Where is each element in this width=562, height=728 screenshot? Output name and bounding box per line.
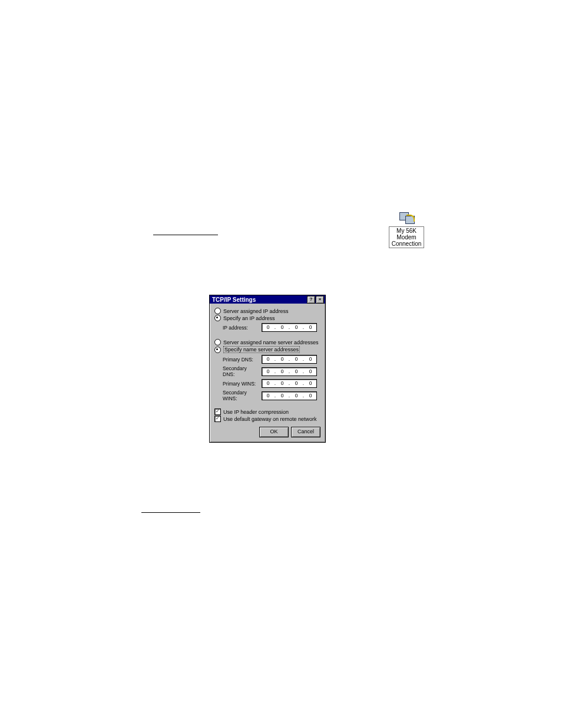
radio-label: Server assigned IP address [223, 308, 288, 314]
ip-octet[interactable]: 0 [279, 392, 286, 400]
ip-address-label: IP address: [223, 325, 259, 331]
dialup-icon [398, 212, 415, 225]
radio-specify-ip[interactable]: Specify an IP address [214, 315, 320, 321]
ip-octet[interactable]: 0 [293, 392, 300, 400]
ip-octet[interactable]: 0 [293, 324, 300, 331]
primary-wins-field: Primary WINS: 0. 0. 0. 0 [223, 379, 320, 388]
checkbox-label: Use IP header compression [223, 409, 289, 415]
underline-mark [141, 512, 200, 513]
ip-octet[interactable]: 0 [307, 324, 314, 331]
titlebar: TCP/IP Settings ? × [210, 295, 325, 304]
ip-address-input[interactable]: 0. 0. 0. 0 [262, 323, 317, 332]
desktop-icon-label: My 56KModemConnection [389, 226, 424, 248]
ip-octet[interactable]: 0 [293, 368, 300, 375]
ip-octet[interactable]: 0 [293, 355, 300, 363]
ip-octet[interactable]: 0 [265, 355, 272, 363]
checkbox-header-compression[interactable]: Use IP header compression [214, 409, 320, 415]
primary-dns-input[interactable]: 0. 0. 0. 0 [262, 355, 317, 364]
secondary-dns-input[interactable]: 0. 0. 0. 0 [262, 367, 317, 376]
radio-icon [214, 347, 221, 353]
ip-octet[interactable]: 0 [279, 368, 286, 375]
tcpip-settings-dialog: TCP/IP Settings ? × Server assigned IP a… [209, 295, 326, 443]
ip-octet[interactable]: 0 [279, 324, 286, 331]
secondary-wins-field: Secondary WINS: 0. 0. 0. 0 [223, 390, 320, 401]
help-button[interactable]: ? [307, 296, 315, 304]
ip-octet[interactable]: 0 [307, 380, 314, 387]
ip-octet[interactable]: 0 [279, 380, 286, 387]
ip-octet[interactable]: 0 [265, 324, 272, 331]
ip-octet[interactable]: 0 [307, 392, 314, 400]
radio-label: Server assigned name server addresses [223, 340, 319, 345]
ok-button[interactable]: OK [259, 427, 289, 437]
close-button[interactable]: × [316, 296, 324, 304]
ip-octet[interactable]: 0 [265, 392, 272, 400]
ip-octet[interactable]: 0 [307, 355, 314, 363]
radio-label-highlighted: Specify name server addresses [223, 346, 300, 353]
primary-wins-label: Primary WINS: [223, 381, 259, 387]
underline-mark [153, 235, 218, 235]
secondary-dns-label: Secondary DNS: [223, 365, 259, 377]
radio-icon [214, 315, 221, 321]
primary-dns-label: Primary DNS: [223, 357, 259, 363]
radio-server-assigned-ip[interactable]: Server assigned IP address [214, 308, 320, 314]
checkbox-icon [214, 416, 221, 422]
radio-specify-ns[interactable]: Specify name server addresses [214, 346, 320, 353]
radio-icon [214, 308, 221, 314]
radio-label: Specify an IP address [223, 315, 275, 321]
secondary-dns-field: Secondary DNS: 0. 0. 0. 0 [223, 365, 320, 377]
desktop-dialup-icon[interactable]: My 56KModemConnection [389, 212, 424, 248]
ip-address-field: IP address: 0. 0. 0. 0 [214, 323, 320, 332]
checkbox-default-gateway[interactable]: Use default gateway on remote network [214, 416, 320, 422]
secondary-wins-input[interactable]: 0. 0. 0. 0 [262, 391, 317, 400]
primary-dns-field: Primary DNS: 0. 0. 0. 0 [223, 355, 320, 364]
radio-icon [214, 339, 221, 345]
dialog-title: TCP/IP Settings [211, 297, 256, 303]
radio-server-assigned-ns[interactable]: Server assigned name server addresses [214, 339, 320, 345]
secondary-wins-label: Secondary WINS: [223, 390, 259, 401]
ip-octet[interactable]: 0 [265, 368, 272, 375]
cancel-button[interactable]: Cancel [291, 427, 320, 437]
ip-octet[interactable]: 0 [279, 355, 286, 363]
ip-octet[interactable]: 0 [265, 380, 272, 387]
primary-wins-input[interactable]: 0. 0. 0. 0 [262, 379, 317, 388]
checkbox-icon [214, 409, 221, 415]
ip-octet[interactable]: 0 [293, 380, 300, 387]
checkbox-label: Use default gateway on remote network [223, 416, 317, 422]
ip-octet[interactable]: 0 [307, 368, 314, 375]
